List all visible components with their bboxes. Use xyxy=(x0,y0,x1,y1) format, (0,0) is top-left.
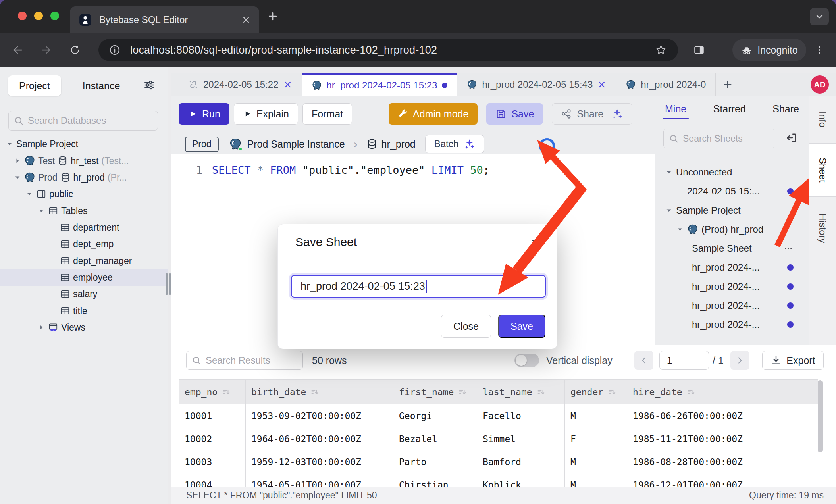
panel-tab-info[interactable]: Info xyxy=(809,96,836,144)
sheet-list-item[interactable]: Unconnected xyxy=(655,163,809,182)
close-tab-icon[interactable] xyxy=(597,80,606,89)
add-tab-button[interactable] xyxy=(716,73,740,96)
caret-icon[interactable] xyxy=(13,173,21,181)
side-panel-icon[interactable] xyxy=(693,44,705,56)
dialog-save-button[interactable]: Save xyxy=(498,315,545,338)
sheet-list-item[interactable]: Sample Project xyxy=(655,201,809,220)
share-button[interactable]: Share xyxy=(552,103,632,125)
editor-tab[interactable]: hr_prod 2024-02-05 15:43 xyxy=(457,73,616,96)
admin-mode-button[interactable]: Admin mode xyxy=(389,103,478,125)
tree-item-hr_test[interactable]: Testhr_test(Test... xyxy=(0,152,168,169)
database-search[interactable] xyxy=(8,111,158,131)
tree-item-suffix: (Pr... xyxy=(108,172,127,183)
caret-icon[interactable] xyxy=(25,190,33,198)
new-tab-icon[interactable] xyxy=(267,10,279,22)
explain-button[interactable]: Explain xyxy=(234,103,298,125)
sheet-name-input[interactable]: hr_prod 2024-02-05 15:23 xyxy=(291,275,546,298)
dialog-close-icon[interactable] xyxy=(530,238,541,249)
sparkles-icon xyxy=(463,138,475,150)
caret-icon[interactable] xyxy=(13,157,21,165)
tree-item-views[interactable]: Views xyxy=(0,319,168,336)
sheet-list-item[interactable]: hr_prod 2024-... xyxy=(655,296,809,315)
format-button[interactable]: Format xyxy=(302,103,352,125)
run-button[interactable]: Run xyxy=(179,103,229,125)
import-sheet-button[interactable] xyxy=(786,132,797,145)
tab-search-button[interactable] xyxy=(810,8,829,25)
site-info-icon[interactable] xyxy=(109,44,121,56)
instance-name[interactable]: Prod Sample Instance xyxy=(247,139,345,150)
caret-icon[interactable] xyxy=(665,168,673,176)
browser-tab[interactable]: Bytebase SQL Editor xyxy=(70,6,259,33)
close-tab-icon[interactable] xyxy=(283,80,292,89)
page-number-input[interactable] xyxy=(659,351,709,370)
back-icon[interactable] xyxy=(12,44,24,56)
tree-item-public[interactable]: public xyxy=(0,186,168,202)
export-button[interactable]: Export xyxy=(762,351,824,370)
caret-icon[interactable] xyxy=(6,140,13,148)
filter-settings-button[interactable] xyxy=(143,79,155,92)
caret-icon[interactable] xyxy=(37,207,45,215)
sheet-actions-icon[interactable] xyxy=(783,243,794,254)
sheet-list-item[interactable]: Sample Sheet xyxy=(655,239,809,258)
sidebar-tab-instance[interactable]: Instance xyxy=(71,75,131,96)
column-header[interactable]: gender xyxy=(565,380,627,404)
tree-item-dept_emp[interactable]: dept_emp xyxy=(0,236,168,252)
column-header[interactable]: birth_date xyxy=(246,380,393,404)
sidebar-tab-project[interactable]: Project xyxy=(8,75,61,96)
forward-icon[interactable] xyxy=(40,44,52,56)
column-header[interactable]: first_name xyxy=(393,380,477,404)
column-header[interactable]: last_name xyxy=(477,380,565,404)
caret-icon[interactable] xyxy=(665,206,673,214)
results-search[interactable] xyxy=(186,351,303,370)
sheet-tab-starred[interactable]: Starred xyxy=(713,98,747,120)
save-sheet-button[interactable]: Save xyxy=(486,103,543,125)
sheet-list-item[interactable]: 2024-02-05 15:... xyxy=(655,182,809,201)
database-name[interactable]: hr_prod xyxy=(381,139,416,150)
close-tab-icon[interactable] xyxy=(242,15,250,24)
caret-icon[interactable] xyxy=(37,323,45,331)
panel-tab-sheet[interactable]: Sheet xyxy=(809,144,836,197)
results-search-input[interactable] xyxy=(206,355,298,366)
sheet-list-item[interactable]: (Prod) hr_prod xyxy=(655,220,809,239)
prev-page-button[interactable] xyxy=(634,351,653,370)
sheet-search-input[interactable] xyxy=(683,133,769,144)
table-scrollbar[interactable] xyxy=(818,380,823,452)
next-page-button[interactable] xyxy=(730,351,749,370)
browser-menu-icon[interactable] xyxy=(814,44,825,56)
sheet-list-item[interactable]: hr_prod 2024-... xyxy=(655,277,809,296)
traffic-light-minimize[interactable] xyxy=(34,12,43,20)
sheet-search[interactable] xyxy=(663,129,774,148)
sheet-tab-share[interactable]: Share xyxy=(772,98,800,120)
sidebar-resize-handle[interactable] xyxy=(166,273,171,295)
dialog-close-button[interactable]: Close xyxy=(441,315,491,338)
column-header[interactable]: hire_date xyxy=(627,380,776,404)
bookmark-star-icon[interactable] xyxy=(655,44,667,56)
editor-tab[interactable]: 2024-02-05 15:22 xyxy=(179,73,302,96)
column-header[interactable]: emp_no xyxy=(179,380,246,404)
tree-item-hr_prod[interactable]: Prodhr_prod(Pr... xyxy=(0,169,168,186)
tree-item-department[interactable]: department xyxy=(0,219,168,236)
tree-item-dept_manager[interactable]: dept_manager xyxy=(0,252,168,269)
sheet-tab-mine[interactable]: Mine xyxy=(664,98,687,120)
sheet-list-item[interactable]: hr_prod 2024-... xyxy=(655,258,809,277)
tree-item-employee[interactable]: employee xyxy=(0,269,168,286)
traffic-light-zoom[interactable] xyxy=(50,12,59,20)
editor-tab[interactable]: hr_prod 2024-02-05 15:23 xyxy=(302,73,458,96)
batch-button[interactable]: Batch xyxy=(425,135,484,153)
traffic-light-close[interactable] xyxy=(18,12,27,20)
sheet-list-item[interactable]: hr_prod 2024-... xyxy=(655,315,809,334)
tree-item-title[interactable]: title xyxy=(0,302,168,319)
caret-icon[interactable] xyxy=(676,225,684,233)
tree-item-sampleproject[interactable]: Sample Project xyxy=(0,136,168,152)
sparkles-icon[interactable] xyxy=(611,108,623,120)
database-search-input[interactable] xyxy=(28,115,153,126)
tree-item-salary[interactable]: salary xyxy=(0,286,168,302)
address-bar[interactable]: localhost:8080/sql-editor/prod-sample-in… xyxy=(98,39,678,61)
tree-item-tables[interactable]: Tables xyxy=(0,202,168,219)
editor-tab[interactable]: hr_prod 2024-0 xyxy=(616,73,716,96)
panel-tab-history[interactable]: History xyxy=(809,197,836,260)
table-icon xyxy=(60,256,70,266)
user-avatar[interactable]: AD xyxy=(811,75,829,94)
vertical-display-toggle[interactable] xyxy=(514,354,539,367)
reload-icon[interactable] xyxy=(69,44,81,56)
